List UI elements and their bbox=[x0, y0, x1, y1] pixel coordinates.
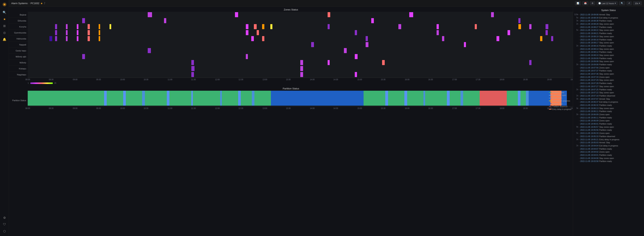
chevron-right-icon: › bbox=[579, 148, 580, 150]
log-timestamp: 2022-11-05 19:08:19 bbox=[580, 35, 599, 38]
log-message: Stay zones open bbox=[599, 35, 614, 38]
time-axis-zones: 08:00 08:30 09:00 09:30 10:00 10:30 11:0… bbox=[28, 78, 573, 81]
chevron-right-icon: › bbox=[579, 57, 580, 60]
log-message: Partition disarmed bbox=[599, 135, 615, 138]
log-message: Partition ready bbox=[599, 44, 612, 47]
refresh-interval-button[interactable]: 10s ▾ bbox=[633, 1, 642, 5]
grafana-logo[interactable] bbox=[2, 1, 8, 7]
zone-row-garazs: Garáz kapu bbox=[9, 48, 573, 54]
chevron-right-icon: › bbox=[579, 157, 580, 160]
log-timestamp: 2022-11-05 19:08:28 bbox=[580, 23, 599, 25]
time-range-picker[interactable]: 🕐 Last 12 hours ▾ bbox=[597, 1, 618, 5]
sidebar-item-config[interactable]: ⚙ bbox=[2, 215, 8, 221]
log-message: Partition ready bbox=[599, 104, 612, 107]
partition-segment-stay3 bbox=[238, 91, 241, 106]
calendar-button[interactable]: 📅 bbox=[582, 1, 588, 5]
log-timestamp: 2022-11-05 19:05:03 bbox=[580, 141, 599, 144]
log-count: 2x bbox=[574, 144, 579, 147]
chevron-right-icon: › bbox=[579, 94, 580, 97]
status-log-item: › 2022-11-05 19:04:00 Stay zones open bbox=[573, 157, 644, 160]
chevron-right-icon: › bbox=[579, 88, 580, 91]
partition-segment-zones1 bbox=[104, 91, 107, 106]
partition-chart-area: Partition ready Stay zones open Zones op… bbox=[28, 91, 573, 110]
time-tick-1830: 18:30 bbox=[523, 79, 528, 81]
time-tick-1330: 13:30 bbox=[286, 79, 290, 81]
log-message: Stay zones open bbox=[599, 85, 614, 88]
log-count: 2x bbox=[574, 63, 579, 66]
chevron-right-icon: › bbox=[579, 54, 580, 57]
sidebar-item-admin[interactable]: 🛡 bbox=[2, 222, 8, 228]
settings-button[interactable]: ⚙ bbox=[590, 1, 595, 5]
log-message: Partition ready bbox=[599, 32, 612, 35]
favorite-star-icon[interactable]: ★ bbox=[40, 2, 43, 5]
zone-label-nagykapu: Nagykapu bbox=[9, 73, 28, 76]
log-timestamp: 2022-11-05 19:04:04 bbox=[580, 144, 599, 147]
chart-type-button[interactable]: 📊 bbox=[575, 1, 581, 5]
zone-chart-eloszoba bbox=[28, 18, 573, 23]
status-log-item: › 2022-11-05 19:08:14 Stay zones open bbox=[573, 47, 644, 51]
log-timestamp: 2022-11-05 19:06:32 bbox=[580, 104, 599, 107]
zoom-out-button[interactable]: 🔍 bbox=[619, 1, 625, 5]
zone-row-nappali: Nappali bbox=[9, 42, 573, 48]
log-message: Entry delay in progress bbox=[599, 138, 619, 141]
time-tick-1800: 18:00 bbox=[500, 79, 504, 81]
zone-label-bejarat: Bejárat bbox=[9, 14, 28, 16]
sidebar-item-dashboards[interactable]: ⊞ bbox=[2, 23, 8, 29]
log-count: 3x bbox=[574, 98, 579, 100]
time-range-label[interactable]: Last 12 hours bbox=[602, 2, 614, 4]
log-message: Armed: Stay bbox=[599, 98, 610, 100]
sidebar-item-explore[interactable]: ◎ bbox=[2, 29, 8, 35]
log-timestamp: 2022-11-05 19:05:21 bbox=[580, 138, 599, 141]
log-count: 2x bbox=[574, 113, 579, 116]
time-tick-1700: 17:00 bbox=[452, 79, 457, 81]
log-message: Exit delay in progress bbox=[599, 16, 618, 19]
partition-segment-stay7 bbox=[518, 91, 521, 106]
log-message: Stay zones open bbox=[599, 79, 614, 81]
sidebar-item-alerting[interactable]: 🔔 bbox=[2, 36, 8, 42]
log-timestamp: 2022-11-05 19:06:09 bbox=[580, 113, 599, 116]
log-count: 5x bbox=[574, 29, 579, 31]
log-timestamp: 2022-11-05 19:06:01 bbox=[580, 122, 599, 125]
chevron-right-icon: › bbox=[579, 85, 580, 88]
log-timestamp: 2022-11-05 19:06:09 bbox=[580, 119, 599, 122]
refresh-button[interactable]: ↺ bbox=[626, 1, 632, 5]
legend-label-exit-delay: Exit delay in progress bbox=[552, 100, 570, 102]
log-timestamp: 2022-11-05 19:09:08 bbox=[580, 13, 599, 16]
status-log-item: › 2022-11-05 19:05:03 Armed: Stay bbox=[573, 141, 644, 144]
status-log-item: 2x › 2022-11-05 19:05:21 Entry delay in … bbox=[573, 138, 644, 141]
log-timestamp: 2022-11-05 19:08:12 bbox=[580, 51, 599, 53]
status-log-item: › 2022-11-05 19:07:22 Stay zones open bbox=[573, 91, 644, 94]
log-timestamp: 2022-11-05 19:08:14 bbox=[580, 48, 599, 50]
log-timestamp: 2022-11-05 19:07:33 bbox=[580, 76, 599, 79]
partition-segment-open3 bbox=[252, 91, 254, 106]
chevron-right-icon: › bbox=[579, 79, 580, 81]
sidebar-item-starred[interactable]: ★ bbox=[2, 16, 8, 22]
log-message: Stay zones open bbox=[599, 48, 614, 50]
status-log-item: › 2022-11-05 19:08:27 Partition ready bbox=[573, 26, 644, 29]
status-log-list: 119x › 2022-11-05 19:09:08 Armed: Stay 5… bbox=[573, 13, 644, 163]
chevron-down-icon-refresh: ▾ bbox=[639, 2, 640, 4]
partition-segment-ready-9 bbox=[254, 91, 271, 106]
log-timestamp: 2022-11-05 19:07:37 bbox=[580, 69, 599, 72]
log-timestamp: 2022-11-05 19:07:29 bbox=[580, 79, 599, 81]
sidebar-item-plugins[interactable]: ⬡ bbox=[2, 228, 8, 234]
zone-label-eloszoba: Előszoba bbox=[9, 20, 28, 22]
breadcrumb-home[interactable]: Alarm Systems bbox=[11, 2, 28, 5]
chevron-right-icon: › bbox=[579, 151, 580, 153]
log-message: Exit delay in progress bbox=[599, 144, 618, 147]
log-message: Partition ready bbox=[599, 148, 612, 150]
partition-segment-ready-12 bbox=[407, 91, 424, 106]
log-message: Zones open bbox=[599, 113, 610, 116]
log-message: Zones open bbox=[599, 76, 610, 79]
status-log-item: › 2022-11-05 19:06:32 Partition ready bbox=[573, 104, 644, 107]
share-icon[interactable]: ⤴ bbox=[44, 2, 45, 5]
log-message: Partition ready bbox=[599, 63, 612, 66]
zone-row-eloszoba: Előszoba bbox=[9, 18, 573, 24]
status-log-item: › 2022-11-05 19:07:28 Partition ready bbox=[573, 82, 644, 85]
chevron-right-icon: › bbox=[579, 48, 580, 50]
chevron-right-icon: › bbox=[579, 113, 580, 116]
sidebar-item-search[interactable]: 🔍 bbox=[2, 9, 8, 15]
scale-max-label: 15 bbox=[54, 82, 56, 84]
log-message: Armed: Stay bbox=[599, 13, 610, 16]
topbar: Alarm Systems / PC1832 ★ ⤴ 📊 📅 ⚙ 🕐 Last … bbox=[9, 0, 644, 7]
